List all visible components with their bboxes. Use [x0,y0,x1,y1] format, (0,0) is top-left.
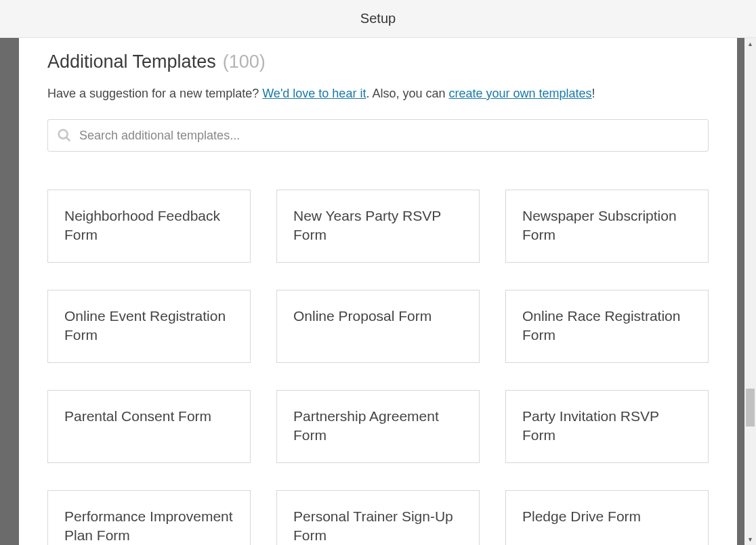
template-label: Online Proposal Form [293,307,432,326]
template-card[interactable]: Partnership Agreement Form [276,390,480,463]
scrollbar-down-icon[interactable]: ▼ [744,533,756,545]
template-card[interactable]: New Years Party RSVP Form [276,190,480,263]
template-card[interactable]: Newspaper Subscription Form [505,190,709,263]
template-label: New Years Party RSVP Form [293,206,463,245]
template-label: Personal Trainer Sign-Up Form [293,507,463,545]
template-card[interactable]: Personal Trainer Sign-Up Form [276,490,480,545]
template-label: Partnership Agreement Form [293,407,463,445]
subhead-mid: . Also, you can [366,87,448,100]
content-outer: Additional Templates (100) Have a sugges… [0,38,756,545]
template-card[interactable]: Neighborhood Feedback Form [47,190,251,263]
subhead-before: Have a suggestion for a new template? [47,87,262,100]
template-card[interactable]: Performance Improvement Plan Form [47,490,251,545]
template-card[interactable]: Party Invitation RSVP Form [505,390,709,463]
scrollbar-track[interactable]: ▲ ▼ [744,38,756,545]
page-title: Additional Templates [47,51,216,72]
search-wrap [47,119,709,152]
left-gutter [0,38,19,545]
header-title: Setup [360,11,396,26]
template-label: Parental Consent Form [64,407,211,426]
subhead-text: Have a suggestion for a new template? We… [47,85,709,103]
template-card[interactable]: Pledge Drive Form [505,490,709,545]
template-grid: Neighborhood Feedback Form New Years Par… [47,190,709,545]
main-panel: Additional Templates (100) Have a sugges… [19,38,737,545]
template-card[interactable]: Parental Consent Form [47,390,251,463]
scrollbar-up-icon[interactable]: ▲ [744,38,756,49]
template-label: Online Race Registration Form [522,307,692,345]
subhead-after: ! [592,87,595,100]
template-label: Newspaper Subscription Form [522,206,692,245]
template-label: Performance Improvement Plan Form [64,507,234,545]
scrollbar-thumb[interactable] [746,389,755,427]
suggestion-link[interactable]: We'd love to hear it [262,87,366,100]
template-label: Pledge Drive Form [522,507,641,526]
template-label: Online Event Registration Form [64,307,234,345]
template-label: Party Invitation RSVP Form [522,407,692,445]
template-card[interactable]: Online Race Registration Form [505,290,709,363]
page-title-count: (100) [223,51,266,72]
search-input[interactable] [47,119,709,152]
template-card[interactable]: Online Proposal Form [276,290,480,363]
create-templates-link[interactable]: create your own templates [448,87,591,100]
page-title-row: Additional Templates (100) [47,51,709,72]
template-label: Neighborhood Feedback Form [64,206,234,245]
header-bar: Setup [0,0,756,38]
template-card[interactable]: Online Event Registration Form [47,290,251,363]
